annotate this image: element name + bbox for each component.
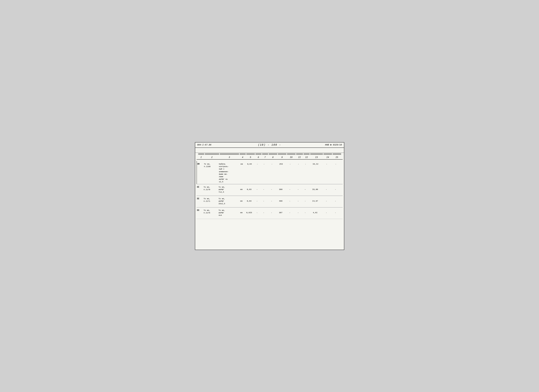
ch-9 (278, 153, 287, 155)
table-row: 33 То же, п.2176 То же, АКРВГ 4х4 км 0,0… (197, 207, 343, 219)
row-col5-33: 0,0I5 (245, 208, 254, 214)
row-col8-33: - (267, 208, 276, 214)
row-col14-33: - (322, 208, 331, 214)
table-row: 3I То же, п.2170 То же, АКРВГ 7х2,5 км 0… (197, 184, 343, 196)
col-label-14: I4 (323, 156, 332, 159)
row-col11-30: - (295, 162, 302, 166)
row-col12-33: - (302, 208, 308, 214)
row-col12-30: - (302, 162, 309, 166)
row-col3-31: То же, АКРВГ 7х2,5 (218, 185, 238, 194)
col-label-13: I3 (310, 156, 323, 159)
row-col2-32: То же, п.2171 (203, 197, 218, 203)
header-left: 904-I-67.86 (197, 144, 231, 146)
row-col6-30: - (254, 162, 261, 166)
col-label-6: 6 (255, 156, 262, 159)
table-row: 30 То же, п.2168 Кабель контроль- ный с … (197, 161, 343, 184)
col-label-1: I (198, 156, 205, 159)
row-col15-32: - (331, 197, 340, 203)
ch-2 (205, 153, 219, 155)
row-col10-30: - (286, 162, 295, 166)
ch-1 (198, 153, 205, 155)
table-area: 30 То же, п.2168 Кабель контроль- ный с … (195, 161, 344, 219)
row-col7-32: - (260, 197, 267, 203)
header-right: ННВ № 9329/10 (309, 144, 342, 146)
row-col13-30: IO,I2 (309, 162, 322, 166)
row-col5-32: 0,03 (245, 197, 254, 203)
row-col9-30: 253 (277, 162, 286, 166)
row-col6-32: - (254, 197, 260, 203)
row-col2-33: То же, п.2176 (203, 208, 218, 215)
ch-10 (287, 153, 296, 155)
double-lines-top (197, 153, 343, 155)
row-col8-31: - (267, 185, 276, 191)
spacer (195, 148, 344, 153)
column-headers-area: I 2 3 4 5 6 7 8 9 IO II I2 I3 I4 I5 (195, 153, 344, 160)
row-col12-32: - (302, 197, 308, 203)
row-col3-30: Кабель контроль- ный с алюминие- выми жи… (218, 162, 238, 184)
col-label-11: II (296, 156, 303, 159)
row-col11-33: - (294, 208, 302, 214)
row-col13-32: I4,97 (308, 197, 322, 203)
ch-13 (310, 153, 323, 155)
row-col15-31: - (331, 185, 340, 191)
ch-14 (323, 153, 332, 155)
row-col8-32: - (267, 197, 276, 203)
col-label-2: 2 (205, 156, 219, 159)
row-col4-30: км (238, 162, 245, 166)
col-label-5: 5 (246, 156, 255, 159)
ch-11 (296, 153, 303, 155)
row-col3-33: То же, АКРВГ 4х4 (218, 208, 238, 217)
col-label-12: I2 (303, 156, 310, 159)
col-label-9: 9 (278, 156, 287, 159)
table-row: 32 То же, п.2171 То же, АКРВГ IOх2,5 км … (197, 196, 343, 207)
row-col4-33: км (238, 208, 245, 214)
row-col13-31: IO,80 (308, 185, 322, 191)
ch-3 (219, 153, 239, 155)
row-col9-32: 499 (276, 197, 285, 203)
row-col10-32: - (285, 197, 294, 203)
row-col3-32: То же, АКРВГ IOх2,5 (218, 197, 238, 206)
row-col2-31: То же, п.2170 (203, 185, 218, 192)
col-label-8: 8 (268, 156, 278, 159)
row-num-32: 32 (197, 197, 203, 201)
row-col14-31: - (322, 185, 331, 191)
row-col14-30: - (322, 162, 331, 166)
row-col7-31: - (260, 185, 267, 191)
header-row: 904-I-67.86 (10) - 109 - ННВ № 9329/10 (195, 142, 344, 148)
row-col2-30: То же, п.2168 (203, 162, 218, 169)
row-col11-32: - (294, 197, 302, 203)
column-labels-row: I 2 3 4 5 6 7 8 9 IO II I2 I3 I4 I5 (197, 155, 343, 160)
row-col5-31: 0,03 (245, 185, 254, 191)
col-label-10: IO (287, 156, 296, 159)
col-label-15: I5 (332, 156, 342, 159)
row-col6-33: - (254, 208, 260, 214)
row-col5-30: 0,04 (245, 162, 254, 166)
row-col15-33: - (331, 208, 340, 214)
ch-12 (303, 153, 310, 155)
row-col10-31: - (285, 185, 294, 191)
row-col13-33: 4,6I (308, 208, 322, 214)
ch-8 (268, 153, 278, 155)
row-col4-32: км (238, 197, 245, 203)
row-col8-30: - (267, 162, 277, 166)
row-col9-31: 360 (276, 185, 285, 191)
row-col15-30: - (331, 162, 341, 166)
row-num-33: 33 (197, 208, 203, 212)
row-col4-31: км (238, 185, 245, 191)
header-center: (10) - 109 - (231, 143, 309, 146)
ch-15 (332, 153, 342, 155)
bottom-spacer (195, 219, 344, 236)
row-col6-31: - (254, 185, 260, 191)
page: 904-I-67.86 (10) - 109 - ННВ № 9329/10 (195, 142, 344, 250)
ch-6 (255, 153, 262, 155)
ch-7 (262, 153, 268, 155)
col-label-7: 7 (262, 156, 268, 159)
row-col14-32: - (322, 197, 331, 203)
col-label-3: 3 (219, 156, 239, 159)
row-col10-33: - (285, 208, 294, 214)
ch-5 (246, 153, 255, 155)
row-col12-31: – (302, 185, 308, 191)
row-col11-31: - (294, 185, 302, 191)
col-label-4: 4 (239, 156, 246, 159)
row-num-31: 3I (197, 185, 203, 189)
